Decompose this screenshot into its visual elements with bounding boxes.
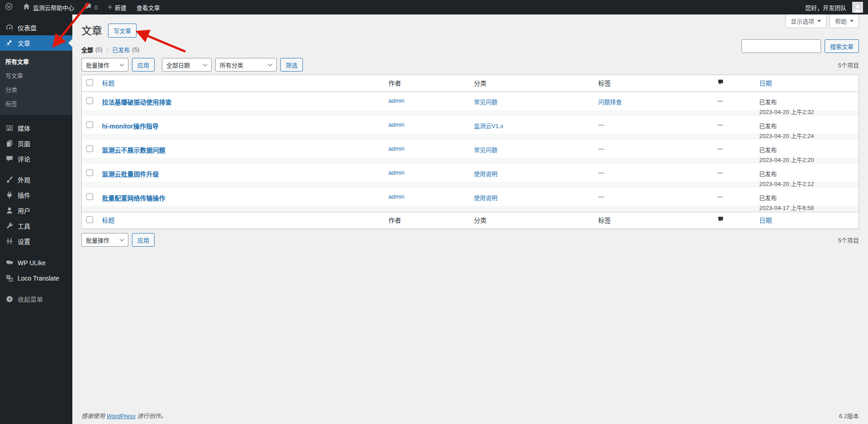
sidebar-item-plugins[interactable]: 插件 [0, 187, 72, 203]
post-status: 已发布 [759, 121, 854, 130]
row-checkbox[interactable] [86, 169, 93, 176]
comments-count: 0 [94, 4, 98, 11]
sort-date-header[interactable]: 日期 [759, 80, 772, 87]
sidebar-item-all-posts[interactable]: 所有文章 [0, 54, 72, 68]
bulk-actions-select[interactable]: 批量操作 [81, 58, 128, 71]
author-link[interactable]: admin [388, 145, 404, 152]
author-header: 作者 [384, 212, 469, 229]
post-title-link[interactable]: 批量配置网络传输操作 [102, 195, 165, 202]
sidebar-item-loco-translate[interactable]: A文 Loco Translate [0, 271, 72, 286]
new-content-menu[interactable]: + 新建 [103, 0, 132, 14]
sort-date-header[interactable]: 日期 [759, 217, 772, 224]
author-header: 作者 [384, 75, 469, 92]
sidebar-item-media[interactable]: 媒体 [0, 120, 72, 136]
bulk-actions-select[interactable]: 批量操作 [81, 233, 128, 247]
page-title: 文章 [81, 24, 102, 37]
row-checkbox[interactable] [86, 97, 93, 104]
site-menu[interactable]: 监测云帮助中心 [18, 0, 79, 14]
screen-options-button[interactable]: 显示选项 [785, 14, 826, 28]
sidebar-item-settings[interactable]: 设置 [0, 233, 72, 249]
category-link[interactable]: 常见问题 [474, 147, 497, 153]
author-link[interactable]: admin [388, 121, 404, 128]
sidebar-item-tools[interactable]: 工具 [0, 218, 72, 233]
sidebar-item-categories[interactable]: 分类 [0, 82, 72, 96]
author-link[interactable]: admin [388, 97, 404, 104]
sidebar-item-posts[interactable]: 文章 [0, 35, 72, 51]
my-account-menu[interactable]: 您好，开发团队 [800, 0, 868, 14]
wordpress-link[interactable]: WordPress [107, 413, 136, 419]
active-menu-arrow [68, 39, 72, 47]
sidebar-item-dashboard[interactable]: 仪表盘 [0, 20, 72, 35]
tags-value: — [598, 169, 604, 176]
category-header: 分类 [469, 75, 594, 92]
comments-value: — [717, 121, 723, 128]
site-name: 监测云帮助中心 [33, 3, 74, 12]
post-date: 2023-04-20 上午2:32 [759, 109, 814, 115]
category-filter-select[interactable]: 所有分类 [215, 58, 277, 71]
table-row: hi-monitor操作指导 admin 监测云V1.x — — 已发布2023… [82, 116, 859, 140]
author-link[interactable]: admin [388, 169, 404, 176]
filter-button[interactable]: 筛选 [280, 58, 303, 71]
post-status: 已发布 [759, 193, 854, 202]
view-all[interactable]: 全部 [81, 45, 93, 54]
tag-link[interactable]: 问题排查 [598, 99, 622, 105]
wp-logo-menu[interactable]: W [0, 0, 18, 14]
view-posts-link[interactable]: 查看文章 [132, 0, 165, 14]
sidebar-item-comments[interactable]: 评论 [0, 151, 72, 167]
comments-shortcut[interactable]: 0 [79, 0, 103, 14]
sidebar-item-users[interactable]: 用户 [0, 203, 72, 218]
comments-value: — [717, 145, 723, 152]
post-title-link[interactable]: 监测云不展示数据问题 [102, 147, 165, 154]
post-title-link[interactable]: 监测云批量固件升级 [102, 171, 159, 178]
media-icon [5, 124, 14, 133]
search-input[interactable] [741, 39, 821, 53]
avatar [852, 2, 863, 13]
category-link[interactable]: 监测云V1.x [474, 123, 503, 129]
date-filter-select[interactable]: 全部日期 [162, 58, 212, 71]
admin-bar: W 监测云帮助中心 0 + 新建 查看文章 您好，开发团队 [0, 0, 868, 14]
select-all-checkbox[interactable] [86, 79, 93, 86]
hearts-icon [5, 258, 14, 267]
sidebar-item-appearance[interactable]: 外观 [0, 172, 72, 187]
row-checkbox[interactable] [86, 193, 93, 200]
select-all-checkbox[interactable] [86, 216, 93, 223]
search-posts-button[interactable]: 搜索文章 [825, 39, 859, 53]
sidebar-item-tags[interactable]: 标签 [0, 96, 72, 110]
translate-icon: A文 [5, 274, 14, 283]
chevron-down-icon [268, 62, 273, 67]
comment-column-icon [717, 217, 724, 224]
help-button[interactable]: 帮助 [830, 14, 859, 28]
pin-icon [5, 38, 14, 48]
screen-meta-links: 显示选项 帮助 [785, 14, 859, 28]
comments-bubble-icon [84, 3, 92, 12]
apply-button[interactable]: 应用 [132, 58, 155, 71]
add-new-post-button[interactable]: 写文章 [108, 24, 137, 38]
admin-menu: 仪表盘 文章 所有文章 写文章 分类 标签 媒体 页面 评论 外观 [0, 14, 72, 424]
author-link[interactable]: admin [388, 193, 404, 200]
sidebar-item-add-post[interactable]: 写文章 [0, 68, 72, 82]
apply-button[interactable]: 应用 [132, 233, 155, 247]
category-link[interactable]: 使用说明 [474, 195, 497, 201]
row-checkbox[interactable] [86, 145, 93, 152]
sort-title-header[interactable]: 标题 [102, 80, 115, 87]
sidebar-item-pages[interactable]: 页面 [0, 136, 72, 151]
row-checkbox[interactable] [86, 121, 93, 128]
sidebar-item-collapse-menu[interactable]: 收起菜单 [0, 291, 72, 307]
settings-icon [5, 237, 14, 246]
view-published[interactable]: 已发布 [112, 45, 130, 54]
table-header: 标题 作者 分类 标签 日期 [82, 75, 859, 92]
post-title-link[interactable]: hi-monitor操作指导 [102, 123, 159, 130]
category-link[interactable]: 常见问题 [474, 99, 497, 105]
sort-title-header[interactable]: 标题 [102, 217, 115, 224]
new-label: 新建 [115, 3, 127, 12]
posts-page: 显示选项 帮助 搜索文章 文章 写文章 全部 (5) | 已发布 (5) 批量操… [72, 14, 868, 424]
greeting-text: 您好，开发团队 [805, 3, 846, 12]
svg-text:文: 文 [9, 278, 12, 281]
sidebar-item-wp-ulike[interactable]: WP ULike [0, 255, 72, 271]
users-icon [5, 206, 14, 215]
search-box: 搜索文章 [741, 39, 859, 53]
chevron-down-icon [120, 237, 124, 242]
category-link[interactable]: 使用说明 [474, 171, 497, 177]
tags-header: 标签 [594, 212, 712, 229]
post-title-link[interactable]: 拉法基爆破振动使用排查 [102, 99, 172, 106]
